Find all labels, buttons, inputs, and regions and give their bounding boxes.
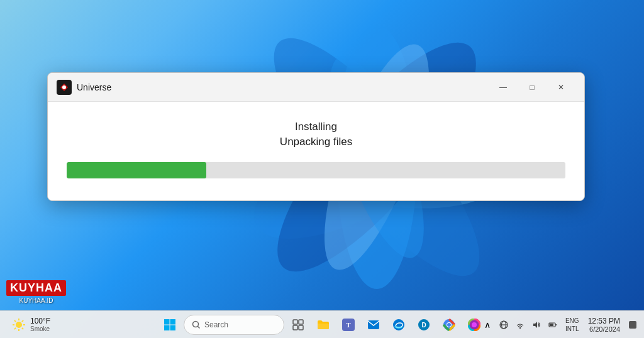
svg-rect-23 (164, 325, 170, 330)
svg-line-26 (197, 326, 199, 328)
svg-marker-46 (533, 322, 537, 328)
lang-secondary: INTL (565, 325, 579, 333)
svg-line-19 (22, 320, 23, 321)
dialog-body: Installing Unpacking files (48, 102, 584, 200)
edge-button[interactable] (387, 313, 410, 336)
svg-point-39 (447, 323, 451, 327)
window-controls: — □ ✕ (489, 76, 575, 99)
chrome-button[interactable] (438, 313, 460, 336)
progress-bar-container (67, 162, 565, 178)
dialog-title: Universe (77, 82, 489, 92)
svg-rect-30 (299, 325, 303, 330)
taskbar-center: Search T (158, 313, 486, 336)
svg-line-20 (14, 327, 16, 329)
teams-button[interactable]: T (337, 313, 360, 336)
svg-point-11 (62, 85, 66, 89)
weather-widget[interactable]: 100°F Smoke (5, 313, 55, 336)
close-button[interactable]: ✕ (547, 76, 575, 99)
svg-rect-22 (170, 319, 176, 325)
svg-rect-27 (293, 320, 297, 324)
watermark: KUYHAA KUYHAA.ID (6, 280, 66, 304)
weather-description: Smoke (30, 325, 50, 332)
search-bar[interactable]: Search (184, 315, 284, 335)
start-button[interactable] (158, 313, 181, 336)
install-subtitle: Unpacking files (67, 136, 565, 148)
svg-rect-29 (293, 325, 297, 330)
svg-rect-24 (170, 325, 176, 330)
svg-rect-33 (368, 320, 379, 329)
svg-rect-21 (164, 319, 170, 325)
notification-button[interactable] (626, 313, 639, 336)
tray-wifi[interactable] (513, 317, 528, 332)
task-view-button[interactable] (287, 313, 309, 336)
dialog-titlebar: Universe — □ ✕ (48, 73, 584, 102)
svg-line-18 (22, 327, 23, 329)
svg-rect-48 (555, 324, 557, 325)
svg-point-12 (16, 322, 22, 328)
svg-rect-49 (550, 324, 553, 326)
svg-point-25 (193, 321, 199, 327)
svg-rect-28 (299, 320, 303, 324)
clock[interactable]: 12:53 PM 6/20/2024 (584, 317, 624, 333)
watermark-logo: KUYHAA (6, 280, 66, 296)
search-icon (192, 320, 201, 329)
install-title: Installing (67, 121, 565, 133)
tray-network[interactable] (496, 317, 511, 332)
clock-date: 6/20/2024 (588, 325, 620, 333)
mail-button[interactable] (362, 313, 385, 336)
colorwheel-button[interactable] (463, 313, 486, 336)
language-indicator[interactable]: ENG INTL (563, 317, 582, 333)
watermark-sub: KUYHAA.ID (6, 297, 66, 304)
lang-primary: ENG (565, 317, 579, 325)
tray-volume[interactable] (529, 317, 544, 332)
maximize-button[interactable]: □ (518, 76, 547, 99)
tray-battery[interactable] (545, 317, 560, 332)
svg-text:T: T (346, 321, 351, 329)
file-explorer-button[interactable] (312, 313, 335, 336)
svg-line-17 (14, 320, 16, 321)
search-text: Search (204, 320, 228, 329)
app-icon (57, 80, 72, 95)
taskbar: 100°F Smoke Search (0, 310, 644, 338)
weather-icon (10, 316, 28, 334)
svg-text:D: D (421, 322, 426, 329)
weather-temp: 100°F (30, 317, 50, 325)
svg-point-45 (519, 327, 521, 328)
minimize-button[interactable]: — (489, 76, 518, 99)
svg-rect-50 (629, 321, 636, 329)
taskbar-right: ∧ (480, 313, 639, 336)
system-tray: ∧ (480, 317, 560, 332)
svg-point-41 (472, 322, 477, 327)
clock-time: 12:53 PM (588, 317, 620, 325)
installer-dialog: Universe — □ ✕ Installing Unpacking file… (47, 72, 585, 201)
install-status: Installing Unpacking files (67, 121, 565, 148)
dell-button[interactable]: D (413, 313, 435, 336)
progress-bar-fill (67, 162, 206, 178)
